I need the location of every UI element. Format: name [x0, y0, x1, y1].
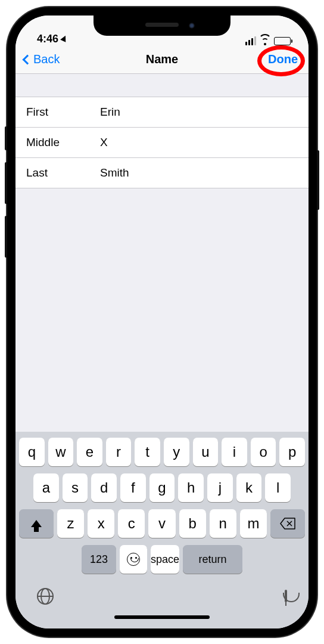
key-n[interactable]: n: [210, 509, 236, 538]
first-label: First: [26, 106, 100, 119]
key-z[interactable]: z: [57, 509, 84, 538]
name-form: First Middle Last: [15, 97, 309, 188]
last-label: Last: [26, 166, 100, 179]
key-d[interactable]: d: [91, 473, 117, 502]
key-l[interactable]: l: [265, 473, 291, 502]
keyboard-row-4: 123 space return: [19, 545, 305, 574]
shift-icon: [31, 520, 42, 527]
first-name-row[interactable]: First: [15, 97, 309, 128]
globe-icon[interactable]: [37, 588, 54, 605]
backspace-icon: [280, 518, 295, 530]
home-indicator[interactable]: [114, 615, 210, 619]
key-y[interactable]: y: [164, 438, 189, 466]
key-p[interactable]: p: [279, 438, 305, 466]
key-backspace[interactable]: [270, 509, 305, 538]
keyboard-row-2: a s d f g h j k l: [19, 473, 305, 502]
page-title: Name: [146, 52, 178, 66]
middle-input[interactable]: [100, 136, 298, 149]
key-o[interactable]: o: [251, 438, 276, 466]
signal-icon: [245, 36, 256, 45]
screen: 4:46 Back Name Done First: [15, 16, 309, 628]
keyboard: q w e r t y u i o p a s d f g h j k l: [15, 432, 309, 628]
chevron-left-icon: [23, 54, 33, 64]
back-button[interactable]: Back: [24, 52, 60, 66]
status-time: 4:46: [37, 33, 58, 45]
done-button[interactable]: Done: [268, 52, 298, 66]
mic-icon[interactable]: [285, 590, 287, 602]
key-emoji[interactable]: [120, 545, 147, 574]
keyboard-row-1: q w e r t y u i o p: [19, 438, 305, 466]
keyboard-footer: [19, 581, 305, 606]
first-input[interactable]: [100, 106, 298, 119]
last-name-row[interactable]: Last: [15, 158, 309, 188]
key-a[interactable]: a: [33, 473, 59, 502]
key-b[interactable]: b: [179, 509, 206, 538]
key-r[interactable]: r: [106, 438, 132, 466]
key-i[interactable]: i: [222, 438, 247, 466]
emoji-icon: [127, 553, 140, 566]
key-f[interactable]: f: [120, 473, 146, 502]
middle-name-row[interactable]: Middle: [15, 128, 309, 158]
nav-bar: Back Name Done: [15, 47, 309, 74]
key-g[interactable]: g: [149, 473, 175, 502]
phone-frame: 4:46 Back Name Done First: [7, 7, 317, 637]
middle-label: Middle: [26, 136, 100, 149]
last-input[interactable]: [100, 166, 298, 179]
key-shift[interactable]: [19, 509, 54, 538]
key-u[interactable]: u: [193, 438, 219, 466]
key-v[interactable]: v: [148, 509, 175, 538]
done-label: Done: [268, 52, 298, 66]
key-m[interactable]: m: [240, 509, 267, 538]
key-x[interactable]: x: [88, 509, 114, 538]
key-w[interactable]: w: [48, 438, 74, 466]
wifi-icon: [260, 37, 270, 45]
key-h[interactable]: h: [178, 473, 204, 502]
key-space[interactable]: space: [151, 545, 179, 574]
back-label: Back: [33, 52, 60, 66]
key-j[interactable]: j: [207, 473, 233, 502]
key-t[interactable]: t: [135, 438, 160, 466]
key-k[interactable]: k: [236, 473, 262, 502]
key-s[interactable]: s: [63, 473, 88, 502]
key-q[interactable]: q: [19, 438, 45, 466]
key-numbers[interactable]: 123: [82, 545, 116, 574]
keyboard-row-3: z x c v b n m: [19, 509, 305, 538]
battery-icon: [274, 37, 291, 45]
content-area: [15, 188, 309, 432]
notch: [94, 16, 230, 36]
key-return[interactable]: return: [183, 545, 242, 574]
location-icon: [60, 34, 68, 42]
key-c[interactable]: c: [118, 509, 145, 538]
key-e[interactable]: e: [77, 438, 102, 466]
